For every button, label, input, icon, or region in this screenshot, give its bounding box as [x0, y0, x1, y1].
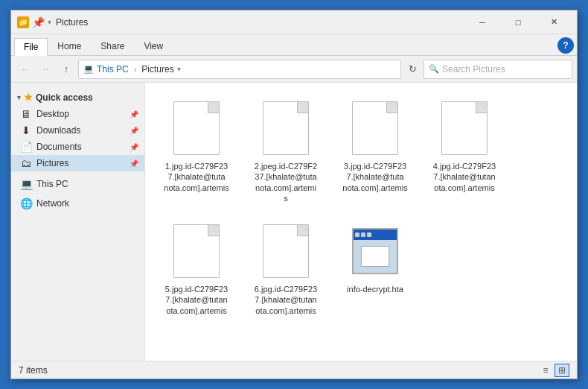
sidebar: ▾ ★ Quick access 🖥 Desktop 📌 ⬇ Downloads…: [11, 83, 145, 361]
computer-icon: 💻: [83, 64, 94, 74]
main-area: ▾ ★ Quick access 🖥 Desktop 📌 ⬇ Downloads…: [11, 83, 577, 361]
quick-access-toolbar: 📁 📌 ▾: [17, 16, 51, 28]
title-bar: 📁 📌 ▾ Pictures ─ □ ✕: [11, 10, 577, 34]
doc-icon-1: [173, 101, 220, 155]
sidebar-item-network[interactable]: 🌐 Network: [11, 195, 144, 212]
network-section: 🌐 Network: [11, 195, 144, 212]
file-name-6: 6.jpg.id-C279F237.[khalate@tutanota.com]…: [255, 284, 317, 316]
view-buttons: ≡ ⊞: [538, 364, 569, 377]
sidebar-item-pictures[interactable]: 🗂 Pictures 📌: [11, 155, 144, 171]
breadcrumb-sep-1: ›: [134, 65, 137, 74]
address-dropdown-chevron[interactable]: ▾: [177, 65, 181, 73]
file-item-2[interactable]: 2.jpeg.id-C279F237.[khalate@tutanota.com…: [245, 93, 327, 209]
sidebar-label-documents: Documents: [36, 142, 82, 152]
hta-icon: [352, 228, 398, 274]
file-name-7: info-decrypt.hta: [347, 284, 403, 294]
status-bar: 7 items ≡ ⊞: [11, 361, 577, 379]
file-item-4[interactable]: 4.jpg.id-C279F237.[khalate@tutanota.com]…: [424, 93, 505, 209]
file-item-7[interactable]: info-decrypt.hta: [334, 216, 416, 321]
sidebar-item-desktop[interactable]: 🖥 Desktop 📌: [11, 106, 144, 122]
breadcrumb-pictures: Pictures: [141, 64, 173, 75]
search-bar[interactable]: 🔍 Search Pictures: [424, 60, 572, 79]
sidebar-item-thispc[interactable]: 💻 This PC: [11, 176, 144, 192]
file-icon-1: [170, 98, 223, 158]
minimize-button[interactable]: ─: [465, 12, 499, 33]
file-icon-7: [349, 221, 401, 281]
hta-dot-2: [361, 233, 365, 237]
list-view-button[interactable]: ≡: [538, 364, 553, 377]
ribbon-tabs: File Home Share View ?: [11, 34, 577, 55]
tab-share[interactable]: Share: [91, 37, 134, 55]
sidebar-item-documents[interactable]: 📄 Documents 📌: [11, 139, 144, 155]
toolbar-bar: ← → ↑ 💻 This PC › Pictures ▾ ↻ 🔍 Search …: [11, 56, 577, 83]
refresh-button[interactable]: ↻: [404, 61, 421, 78]
search-placeholder: Search Pictures: [442, 64, 567, 75]
sidebar-label-downloads: Downloads: [36, 125, 80, 136]
file-name-1: 1.jpg.id-C279F237.[khalate@tutanota.com]…: [164, 161, 229, 193]
sidebar-label-network: Network: [36, 198, 69, 209]
pin-icon-documents: 📌: [130, 143, 138, 151]
file-item-5[interactable]: 5.jpg.id-C279F237.[khalate@tutanota.com]…: [156, 216, 237, 321]
hta-dot-3: [367, 233, 371, 237]
tab-home[interactable]: Home: [48, 37, 91, 55]
this-pc-section: 💻 This PC: [11, 176, 144, 192]
hta-dot-1: [355, 233, 359, 237]
search-icon: 🔍: [429, 64, 439, 74]
tab-view[interactable]: View: [134, 37, 173, 55]
file-name-5: 5.jpg.id-C279F237.[khalate@tutanota.com]…: [165, 284, 228, 316]
sidebar-label-pictures: Pictures: [36, 158, 68, 168]
file-icon-3: [349, 98, 401, 158]
file-icon-2: [260, 98, 312, 158]
quick-access-header[interactable]: ▾ ★ Quick access: [11, 89, 144, 106]
doc-icon-3: [352, 101, 398, 155]
quick-access-section: ▾ ★ Quick access 🖥 Desktop 📌 ⬇ Downloads…: [11, 89, 144, 171]
window-controls: ─ □ ✕: [465, 12, 571, 33]
address-bar[interactable]: 💻 This PC › Pictures ▾: [78, 60, 401, 79]
explorer-window: 📁 📌 ▾ Pictures ─ □ ✕ File Home Share Vie…: [10, 10, 578, 379]
pin-icon-downloads: 📌: [130, 127, 138, 135]
pin-button[interactable]: 📌: [32, 16, 45, 28]
sidebar-label-thispc: This PC: [36, 179, 68, 189]
file-item-1[interactable]: 1.jpg.id-C279F237.[khalate@tutanota.com]…: [156, 93, 237, 209]
ribbon: File Home Share View ?: [11, 34, 577, 56]
close-button[interactable]: ✕: [537, 12, 571, 33]
sidebar-item-downloads[interactable]: ⬇ Downloads 📌: [11, 122, 144, 139]
file-icon-5: [170, 221, 223, 281]
tab-file[interactable]: File: [14, 38, 48, 56]
folder-icon: 📁: [17, 16, 29, 28]
pin-icon-desktop: 📌: [130, 110, 138, 118]
file-area: 1.jpg.id-C279F237.[khalate@tutanota.com]…: [145, 83, 577, 361]
pictures-icon: 🗂: [20, 157, 32, 169]
back-button[interactable]: ←: [16, 60, 33, 78]
doc-icon-4: [441, 101, 488, 155]
window-title: Pictures: [56, 17, 465, 28]
up-button[interactable]: ↑: [57, 60, 75, 78]
documents-icon: 📄: [20, 141, 32, 153]
forward-button[interactable]: →: [36, 60, 54, 78]
desktop-icon: 🖥: [20, 108, 32, 120]
doc-icon-5: [173, 224, 220, 278]
quick-access-star-icon: ★: [24, 92, 33, 103]
file-name-4: 4.jpg.id-C279F237.[khalate@tutanota.com]…: [433, 161, 496, 193]
hta-titlebar: [354, 230, 397, 240]
collapse-arrow: ▾: [17, 94, 21, 101]
sidebar-label-desktop: Desktop: [36, 109, 69, 119]
hta-inner: [361, 246, 389, 267]
file-icon-6: [260, 221, 312, 281]
status-item-count: 7 items: [19, 365, 538, 376]
file-item-6[interactable]: 6.jpg.id-C279F237.[khalate@tutanota.com]…: [245, 216, 327, 321]
qat-dropdown[interactable]: ▾: [48, 18, 51, 26]
downloads-icon: ⬇: [20, 124, 32, 136]
hta-body: [354, 240, 397, 273]
maximize-button[interactable]: □: [501, 12, 535, 33]
thispc-icon: 💻: [20, 178, 32, 190]
quick-access-label: Quick access: [36, 92, 93, 103]
help-button[interactable]: ?: [557, 37, 574, 54]
large-icons-view-button[interactable]: ⊞: [555, 364, 569, 377]
network-icon: 🌐: [20, 197, 32, 209]
doc-icon-2: [263, 101, 309, 155]
file-item-3[interactable]: 3.jpg.id-C279F237.[khalate@tutanota.com]…: [334, 93, 416, 209]
files-grid: 1.jpg.id-C279F237.[khalate@tutanota.com]…: [153, 90, 569, 324]
breadcrumb-thispc[interactable]: This PC: [97, 64, 129, 75]
doc-icon-6: [263, 224, 309, 278]
